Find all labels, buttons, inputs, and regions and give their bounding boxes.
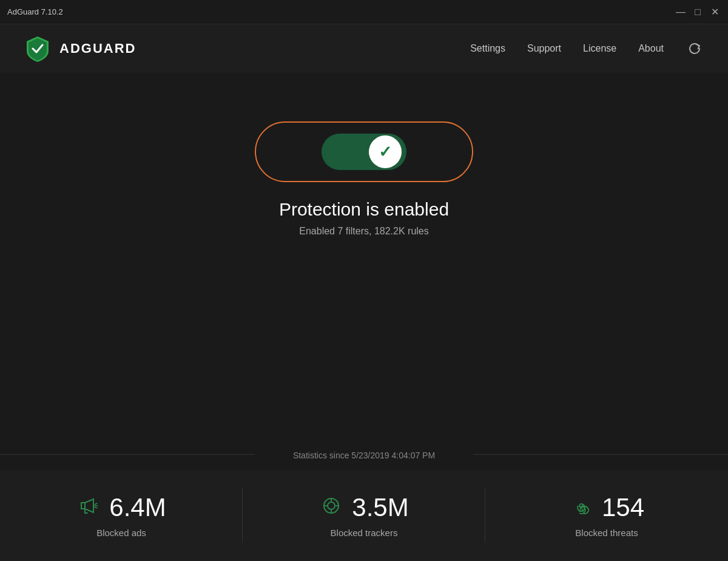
blocked-threats-top: 154 <box>569 494 644 522</box>
settings-nav-button[interactable]: Settings <box>470 43 505 54</box>
window-controls: — □ ✕ <box>675 6 721 18</box>
blocked-trackers-top: 3.5M <box>319 494 408 522</box>
main-content: ✓ Protection is enabled Enabled 7 filter… <box>0 73 728 237</box>
adguard-logo-icon <box>24 35 51 62</box>
stats-section: Statistics since 5/23/2019 4:04:07 PM 6.… <box>0 438 728 561</box>
svg-point-1 <box>328 502 335 509</box>
biohazard-icon <box>569 494 593 522</box>
toggle-track: ✓ <box>324 134 404 170</box>
stats-grid: 6.4M Blocked ads 3.5M <box>0 470 728 561</box>
nav-area: Settings Support License About <box>470 39 704 58</box>
tracker-icon <box>319 494 343 522</box>
maximize-button[interactable]: □ <box>692 6 704 18</box>
logo-area: ADGUARD <box>24 35 136 62</box>
toggle-checkmark-icon: ✓ <box>379 144 392 160</box>
refresh-button[interactable] <box>686 39 704 58</box>
app-title: AdGuard 7.10.2 <box>7 7 63 16</box>
logo-text: ADGUARD <box>59 41 136 56</box>
megaphone-icon <box>76 494 101 522</box>
blocked-trackers-value: 3.5M <box>352 495 408 520</box>
blocked-threats-value: 154 <box>602 495 644 520</box>
protection-status-title: Protection is enabled <box>279 199 449 220</box>
support-nav-button[interactable]: Support <box>527 43 561 54</box>
protection-toggle[interactable]: ✓ <box>322 134 406 170</box>
toggle-thumb: ✓ <box>369 135 402 168</box>
about-nav-button[interactable]: About <box>638 43 664 54</box>
app-header: ADGUARD Settings Support License About <box>0 24 728 73</box>
close-button[interactable]: ✕ <box>709 6 721 18</box>
protection-status-detail: Enabled 7 filters, 182.2K rules <box>299 226 428 237</box>
stats-header: Statistics since 5/23/2019 4:04:07 PM <box>0 438 728 470</box>
refresh-icon <box>688 42 701 55</box>
blocked-ads-stat: 6.4M Blocked ads <box>0 470 243 561</box>
blocked-threats-stat: 154 Blocked threats <box>485 470 728 561</box>
blocked-trackers-label: Blocked trackers <box>331 528 398 538</box>
minimize-button[interactable]: — <box>675 6 687 18</box>
blocked-ads-top: 6.4M <box>76 494 166 522</box>
title-bar: AdGuard 7.10.2 — □ ✕ <box>0 0 728 24</box>
blocked-threats-label: Blocked threats <box>575 528 638 538</box>
protection-toggle-area: ✓ <box>255 121 473 182</box>
blocked-ads-value: 6.4M <box>109 495 166 520</box>
license-nav-button[interactable]: License <box>583 43 616 54</box>
blocked-ads-label: Blocked ads <box>96 528 146 538</box>
blocked-trackers-stat: 3.5M Blocked trackers <box>243 470 485 561</box>
